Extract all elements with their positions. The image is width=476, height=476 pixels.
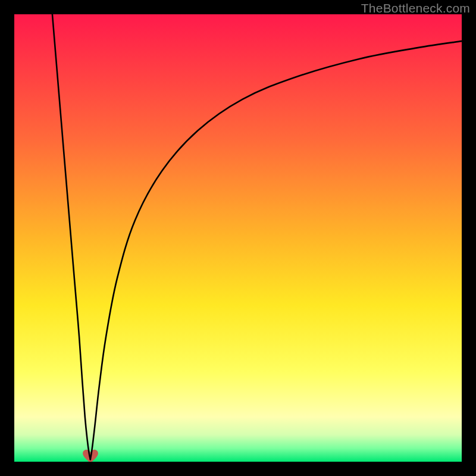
plot-area <box>14 14 462 462</box>
curve-right-branch <box>90 41 462 459</box>
bottleneck-curve <box>14 14 462 462</box>
watermark-text: TheBottleneck.com <box>361 1 470 15</box>
chart-frame: TheBottleneck.com <box>0 0 476 476</box>
curve-left-branch <box>52 14 90 459</box>
